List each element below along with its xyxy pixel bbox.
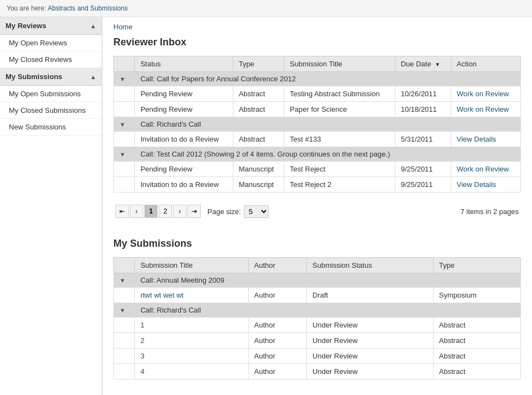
- sidebar-item-my-closed-submissions[interactable]: My Closed Submissions: [0, 102, 102, 119]
- table-row: Invitation to do a Review Manuscript Tes…: [114, 177, 521, 193]
- group-label-cell-ms: Call: Annual Meeting 2009: [134, 273, 520, 288]
- pagination-page-1[interactable]: 1: [144, 205, 158, 218]
- action-link[interactable]: View Details: [457, 180, 496, 189]
- th-reviewer-action: Action: [451, 56, 520, 72]
- due-date-cell: 9/25/2011: [395, 177, 451, 193]
- breadcrumb-link[interactable]: Abstracts and Submissions: [48, 4, 128, 12]
- reviewer-inbox-title: Reviewer Inbox: [113, 37, 521, 48]
- group-chevron-cell: ▼: [114, 117, 135, 132]
- expand-cell: [114, 102, 135, 117]
- type-cell: Abstract: [233, 132, 284, 147]
- group-chevron-icon: ▼: [119, 151, 126, 158]
- expand-cell-ms: [114, 364, 135, 380]
- pagination-prev[interactable]: ‹: [130, 205, 143, 218]
- due-date-cell: 9/25/2011: [395, 162, 451, 177]
- submission-title-link[interactable]: 3: [140, 352, 144, 360]
- submission-title-link[interactable]: 2: [140, 336, 144, 345]
- type-cell: Abstract: [233, 86, 284, 102]
- expand-cell: [114, 132, 135, 147]
- group-chevron-icon: ▼: [119, 76, 126, 82]
- breadcrumb: You are here: Abstracts and Submissions: [0, 0, 532, 17]
- author-cell: Author: [248, 364, 306, 380]
- status-cell: Pending Review: [134, 102, 233, 117]
- sidebar-item-my-open-reviews[interactable]: My Open Reviews: [0, 35, 102, 51]
- submissions-group-header-row[interactable]: ▼Call: Richard's Call: [114, 303, 521, 318]
- pagination-next[interactable]: ›: [173, 205, 186, 218]
- status-cell-ms: Under Review: [307, 349, 434, 364]
- th-reviewer-type: Type: [233, 56, 284, 72]
- pagination-first[interactable]: ⇤: [116, 205, 129, 218]
- table-row: 4 Author Under Review Abstract: [114, 364, 521, 380]
- submission-title-link[interactable]: 1: [140, 321, 144, 329]
- sidebar-item-my-open-submissions[interactable]: My Open Submissions: [0, 86, 102, 102]
- page-size-select[interactable]: 5102550: [244, 205, 269, 218]
- submissions-group-header-row[interactable]: ▼Call: Annual Meeting 2009: [114, 273, 521, 288]
- page-size-label: Page size:: [207, 207, 241, 216]
- breadcrumb-prefix: You are here:: [7, 4, 46, 12]
- status-cell-ms: Draft: [307, 288, 434, 303]
- sidebar-group-my-submissions[interactable]: My Submissions▲: [0, 68, 102, 86]
- reviewer-group-header-row[interactable]: ▼Call: Test Call 2012 (Showing 2 of 4 it…: [114, 147, 521, 162]
- action-link[interactable]: View Details: [457, 135, 496, 143]
- table-row: Invitation to do a Review Abstract Test …: [114, 132, 521, 147]
- title-cell: Test #133: [284, 132, 395, 147]
- table-row: Pending Review Abstract Paper for Scienc…: [114, 102, 521, 117]
- th-submissions-submission_status: Submission Status: [307, 258, 434, 273]
- sidebar: My Reviews▲My Open ReviewsMy Closed Revi…: [0, 17, 102, 395]
- table-row: 1 Author Under Review Abstract: [114, 318, 521, 333]
- action-link[interactable]: Work on Review: [457, 90, 509, 98]
- pagination-last[interactable]: ⇥: [187, 205, 201, 218]
- author-cell: Author: [248, 349, 306, 364]
- type-cell-ms: Abstract: [433, 333, 520, 349]
- action-cell: View Details: [451, 132, 520, 147]
- th-reviewer-submission_title: Submission Title: [284, 56, 395, 72]
- type-cell: Manuscript: [233, 162, 284, 177]
- title-cell: Testing Abstract Submission: [284, 86, 395, 102]
- action-link[interactable]: Work on Review: [457, 105, 509, 113]
- title-cell: Test Reject 2: [284, 177, 395, 193]
- th-submissions-type: Type: [433, 258, 520, 273]
- submission-title-link[interactable]: rtwt wt wet wt: [140, 291, 184, 299]
- group-chevron-cell-ms: ▼: [114, 273, 135, 288]
- submission-title-cell: rtwt wt wet wt: [134, 288, 248, 303]
- submission-title-cell: 2: [134, 333, 248, 349]
- expand-cell-ms: [114, 349, 135, 364]
- group-chevron-cell: ▼: [114, 147, 135, 162]
- reviewer-group-header-row[interactable]: ▼Call: Call for Papers for Annual Confer…: [114, 72, 521, 86]
- sidebar-group-my-reviews[interactable]: My Reviews▲: [0, 17, 102, 35]
- group-label-cell: Call: Richard's Call: [134, 117, 520, 132]
- author-cell: Author: [248, 333, 306, 349]
- action-link[interactable]: Work on Review: [457, 165, 509, 173]
- status-cell: Invitation to do a Review: [134, 177, 233, 193]
- due-date-cell: 10/18/2011: [395, 102, 451, 117]
- action-cell: Work on Review: [451, 102, 520, 117]
- reviewer-group-header-row[interactable]: ▼Call: Richard's Call: [114, 117, 521, 132]
- table-row: Pending Review Abstract Testing Abstract…: [114, 86, 521, 102]
- main-content: Home Reviewer Inbox StatusTypeSubmission…: [102, 17, 532, 395]
- submission-title-cell: 3: [134, 349, 248, 364]
- status-cell-ms: Under Review: [307, 318, 434, 333]
- th-reviewer-due_date[interactable]: Due Date ▼: [395, 56, 451, 72]
- page-size-control: Page size:5102550: [207, 205, 269, 218]
- expand-cell: [114, 177, 135, 193]
- action-cell: View Details: [451, 177, 520, 193]
- type-cell-ms: Abstract: [433, 349, 520, 364]
- status-cell: Pending Review: [134, 162, 233, 177]
- th-expand-col-ms: [114, 258, 135, 273]
- sidebar-group-label-my-submissions: My Submissions: [6, 72, 62, 81]
- expand-cell: [114, 162, 135, 177]
- table-row: 3 Author Under Review Abstract: [114, 349, 521, 364]
- submission-title-cell: 4: [134, 364, 248, 380]
- sidebar-item-new-submissions[interactable]: New Submissions: [0, 119, 102, 136]
- sidebar-item-my-closed-reviews[interactable]: My Closed Reviews: [0, 51, 102, 68]
- type-cell: Abstract: [233, 102, 284, 117]
- submission-title-cell: 1: [134, 318, 248, 333]
- reviewer-inbox-pagination: ⇤‹12›⇥Page size:51025507 items in 2 page…: [113, 201, 521, 221]
- sidebar-group-chevron-my-reviews: ▲: [90, 23, 96, 29]
- submission-title-link[interactable]: 4: [140, 367, 144, 376]
- pagination-total: 7 items in 2 pages: [460, 207, 519, 216]
- sidebar-group-chevron-my-submissions: ▲: [90, 74, 96, 80]
- pagination-page-2[interactable]: 2: [159, 205, 172, 218]
- group-chevron-icon: ▼: [119, 121, 126, 128]
- status-cell: Invitation to do a Review: [134, 132, 233, 147]
